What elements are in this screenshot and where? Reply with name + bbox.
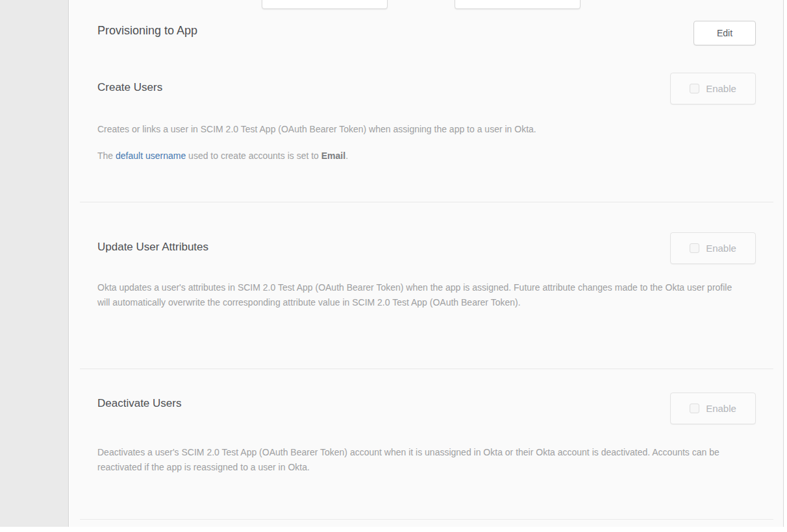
- deactivate-users-description: Deactivates a user's SCIM 2.0 Test App (…: [97, 445, 721, 475]
- left-sidebar: [0, 0, 69, 527]
- update-user-attributes-description: Okta updates a user's attributes in SCIM…: [97, 280, 742, 310]
- edit-button[interactable]: Edit: [693, 21, 756, 45]
- provisioning-nav-button-partial-1[interactable]: [262, 0, 388, 9]
- provisioning-settings-panel: Provisioning to App Edit Create Users En…: [69, 0, 784, 527]
- default-username-link[interactable]: default username: [116, 151, 186, 161]
- username-note-value: Email: [321, 151, 345, 161]
- create-users-enable-checkbox[interactable]: [690, 84, 699, 93]
- username-note-suffix: .: [345, 151, 348, 161]
- section-divider: [80, 519, 773, 520]
- section-divider: [80, 202, 773, 202]
- provisioning-nav-button-partial-2[interactable]: [455, 0, 581, 9]
- section-divider: [80, 369, 773, 369]
- username-note-prefix: The: [97, 151, 116, 161]
- deactivate-users-enable-checkbox[interactable]: [690, 404, 699, 413]
- update-user-attributes-enable-button[interactable]: Enable: [670, 232, 756, 264]
- update-user-attributes-enable-checkbox[interactable]: [690, 243, 699, 253]
- okta-provisioning-page: Provisioning to App Edit Create Users En…: [0, 0, 787, 532]
- create-users-username-note: The default username used to create acco…: [97, 149, 740, 163]
- deactivate-users-enable-button[interactable]: Enable: [670, 393, 756, 424]
- section-title-update-user-attributes: Update User Attributes: [97, 241, 208, 254]
- enable-button-label: Enable: [706, 243, 736, 254]
- create-users-description: Creates or links a user in SCIM 2.0 Test…: [97, 122, 740, 137]
- section-title-deactivate-users: Deactivate Users: [97, 397, 181, 410]
- enable-button-label: Enable: [706, 403, 736, 414]
- enable-button-label: Enable: [706, 83, 736, 94]
- page-title: Provisioning to App: [97, 24, 197, 38]
- create-users-enable-button[interactable]: Enable: [670, 73, 756, 104]
- section-title-create-users: Create Users: [97, 81, 162, 94]
- username-note-middle: used to create accounts is set to: [186, 151, 321, 161]
